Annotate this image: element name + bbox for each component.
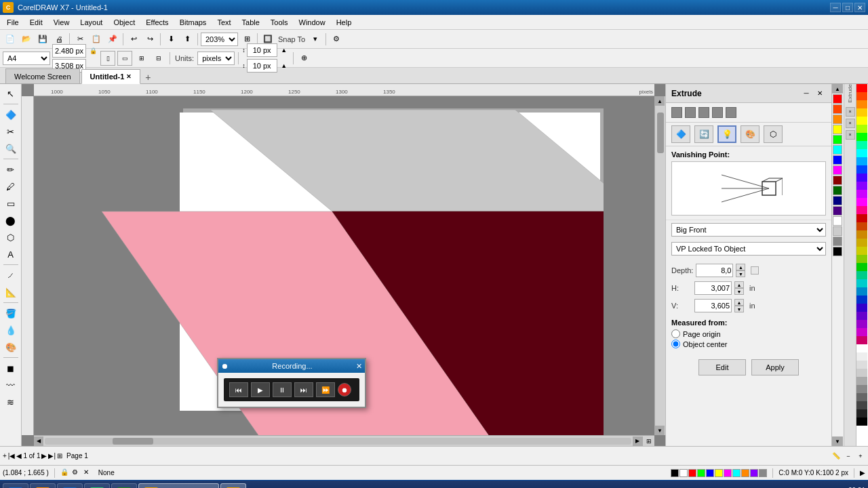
color-swatch[interactable] [856, 174, 867, 182]
side-btn-2[interactable]: × [846, 119, 855, 128]
quick-color-swatch[interactable] [759, 469, 767, 477]
extrude-icon-3[interactable] [698, 107, 709, 118]
play-btn[interactable]: ▶ [860, 469, 865, 476]
taskbar-coreldraw-2[interactable]: C [220, 483, 246, 489]
maximize-button[interactable]: □ [842, 3, 853, 12]
dialog-close-icon[interactable]: ✕ [356, 362, 362, 371]
func-icon-color[interactable]: 🎨 [741, 125, 760, 143]
zoom-plus-btn[interactable]: + [856, 451, 865, 461]
color-swatch[interactable] [856, 255, 867, 263]
palette-strip-swatch[interactable] [833, 226, 842, 236]
canvas-viewport[interactable]: ⏺ Recording... ✕ ⏮ ▶ ⏸ ⏭ ⏩ ⏺ [34, 96, 654, 435]
page-options-button[interactable]: ⊞ [134, 51, 149, 66]
palette-strip-swatch[interactable] [833, 155, 842, 165]
color-swatch[interactable] [856, 361, 867, 369]
rec-play-button[interactable]: ▶ [251, 382, 270, 397]
color-swatch[interactable] [856, 165, 867, 174]
color-swatch[interactable] [856, 418, 867, 426]
color-swatch[interactable] [856, 304, 867, 312]
view-options[interactable]: ⊕ [297, 51, 312, 66]
color-swatch[interactable] [856, 271, 867, 279]
h-scroll-thumb[interactable] [113, 438, 153, 445]
color-swatch[interactable] [856, 92, 867, 100]
big-front-dropdown[interactable]: Big Front [671, 223, 826, 237]
color-swatch[interactable] [856, 296, 867, 304]
color-swatch[interactable] [856, 198, 867, 206]
measure-tool[interactable]: 📐 [2, 284, 20, 300]
depth-checkbox[interactable] [751, 266, 759, 274]
taskbar-coreldraw-active[interactable]: C CorelDRAW X7... [138, 483, 219, 489]
redo-button[interactable]: ↪ [142, 32, 157, 47]
palette-strip-swatch[interactable] [833, 104, 842, 114]
color-swatch[interactable] [856, 393, 867, 401]
color-swatch[interactable] [856, 230, 867, 239]
scroll-right-btn[interactable]: ▶ [633, 436, 642, 446]
quick-color-swatch[interactable] [715, 469, 723, 477]
quick-color-swatch[interactable] [724, 469, 732, 477]
panel-minimize-btn[interactable]: ─ [800, 88, 812, 99]
page-first-btn[interactable]: |◀ [8, 452, 16, 460]
menu-tools[interactable]: Tools [265, 15, 294, 29]
color-swatch[interactable] [856, 182, 867, 190]
page-prev-btn[interactable]: ◀ [16, 452, 22, 460]
close-button[interactable]: ✕ [854, 3, 865, 12]
menu-window[interactable]: Window [294, 15, 331, 29]
color-swatch[interactable] [856, 157, 867, 165]
nudge2-up[interactable]: ▲ [279, 58, 290, 73]
func-icon-bevel[interactable]: ⬡ [764, 125, 783, 143]
page-origin-radio[interactable] [671, 329, 680, 338]
tab-welcome[interactable]: Welcome Screen [5, 68, 80, 83]
color-swatch[interactable] [856, 336, 867, 344]
rec-fast-forward[interactable]: ⏩ [316, 382, 335, 397]
tab-untitled[interactable]: Untitled-1 ✕ [81, 69, 141, 84]
zoom-minus-btn[interactable]: − [844, 451, 853, 461]
func-icon-light[interactable]: 💡 [717, 125, 736, 143]
quick-color-swatch[interactable] [671, 469, 679, 477]
page-options-btn[interactable]: ⊞ [57, 452, 62, 460]
color-swatch[interactable] [856, 377, 867, 385]
v-up[interactable]: ▲ [734, 299, 744, 306]
artistic-tool[interactable]: 🖊 [2, 178, 20, 195]
color-swatch[interactable] [856, 401, 867, 409]
palette-strip-swatch[interactable] [833, 186, 842, 195]
color-swatch[interactable] [856, 320, 867, 328]
tab-close-icon[interactable]: ✕ [126, 73, 132, 80]
extrude-icon-4[interactable] [712, 107, 723, 118]
palette-strip-swatch[interactable] [833, 216, 842, 226]
color-swatch[interactable] [856, 328, 867, 336]
view-btn[interactable]: ⊞ [642, 436, 654, 446]
menu-file[interactable]: File [1, 15, 24, 29]
rec-stop-button[interactable]: ⏺ [338, 383, 351, 396]
vp-locked-dropdown[interactable]: VP Locked To Object [671, 242, 826, 256]
color-swatch[interactable] [856, 247, 867, 255]
rec-prev-button[interactable]: ⏮ [229, 382, 248, 397]
v-scrollbar[interactable]: ▲ ▼ [654, 96, 665, 435]
side-btn-3[interactable]: × [846, 130, 855, 140]
width-lock[interactable]: 🔒 [87, 43, 98, 58]
color-swatch[interactable] [856, 344, 867, 352]
object-center-radio[interactable] [671, 340, 680, 348]
portrait-button[interactable]: ▯ [100, 51, 115, 66]
page-next-btn[interactable]: ▶ [41, 452, 47, 460]
landscape-button[interactable]: ▭ [117, 51, 132, 66]
quick-color-swatch[interactable] [741, 469, 749, 477]
h-up[interactable]: ▲ [734, 281, 744, 288]
color-swatch[interactable] [856, 125, 867, 133]
scroll-left-btn[interactable]: ◀ [34, 436, 43, 446]
color-swatch[interactable] [856, 369, 867, 377]
color-swatch[interactable] [856, 214, 867, 222]
taskbar-media[interactable]: ▶ [84, 483, 110, 489]
nudge1-up[interactable]: ▲ [279, 43, 290, 58]
menu-object[interactable]: Object [108, 15, 140, 29]
ellipse-tool[interactable]: ⬤ [2, 212, 20, 228]
color-swatch[interactable] [856, 239, 867, 247]
taskbar-ie[interactable]: 🌐 [57, 483, 83, 489]
distort-tool[interactable]: ≋ [2, 394, 20, 410]
zoom-tool[interactable]: 🔍 [2, 140, 20, 157]
color-swatch[interactable] [856, 117, 867, 125]
color-swatch[interactable] [856, 279, 867, 287]
palette-strip-swatch[interactable] [833, 247, 842, 256]
status-icon-1[interactable]: 🔒 [60, 468, 70, 478]
extrude-icon-1[interactable] [671, 107, 682, 118]
fill-tool[interactable]: 🪣 [2, 305, 20, 321]
